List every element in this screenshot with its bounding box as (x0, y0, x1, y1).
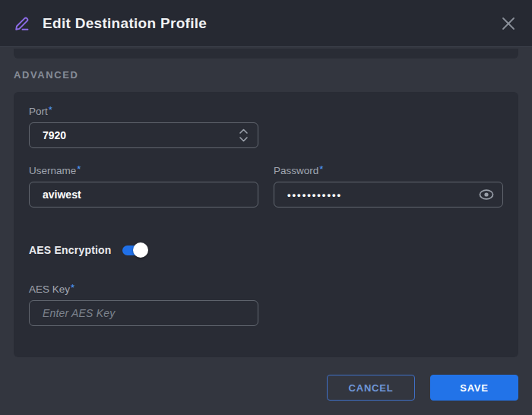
chevron-down-icon (239, 136, 249, 142)
username-field-group: Username* (29, 163, 258, 208)
aes-encryption-label: AES Encryption (29, 244, 112, 256)
edit-destination-profile-modal: Edit Destination Profile ADVANCED Port* (0, 0, 532, 415)
port-stepper[interactable] (239, 122, 249, 148)
required-asterisk: * (319, 163, 323, 175)
password-input[interactable] (274, 182, 503, 208)
close-icon[interactable] (499, 14, 518, 33)
aes-key-field-group: AES Key* (29, 282, 503, 326)
aes-key-label: AES Key* (29, 282, 503, 295)
advanced-panel: Port* Username* (14, 92, 518, 357)
required-asterisk: * (71, 282, 74, 293)
toggle-knob (133, 242, 148, 258)
required-asterisk: * (49, 104, 52, 116)
show-password-eye-icon[interactable] (478, 187, 495, 202)
port-input[interactable] (29, 122, 258, 148)
chevron-up-icon (239, 128, 249, 135)
advanced-section-label: ADVANCED (14, 69, 532, 82)
port-field-group: Port* (29, 104, 503, 148)
cancel-button[interactable]: CANCEL (327, 375, 415, 401)
aes-key-input[interactable] (29, 300, 258, 326)
port-label: Port* (29, 104, 503, 117)
password-label: Password* (274, 163, 503, 176)
pencil-edit-icon (12, 14, 32, 33)
username-label: Username* (29, 163, 258, 176)
modal-title: Edit Destination Profile (43, 15, 499, 32)
save-button[interactable]: SAVE (430, 375, 518, 401)
modal-header: Edit Destination Profile (0, 0, 532, 47)
aes-encryption-toggle[interactable] (122, 246, 146, 255)
username-input[interactable] (29, 182, 258, 208)
modal-footer: CANCEL SAVE (0, 375, 532, 401)
required-asterisk: * (77, 163, 81, 175)
previous-card-sliver (14, 49, 518, 59)
password-field-group: Password* (274, 163, 503, 208)
aes-encryption-row: AES Encryption (29, 242, 503, 258)
